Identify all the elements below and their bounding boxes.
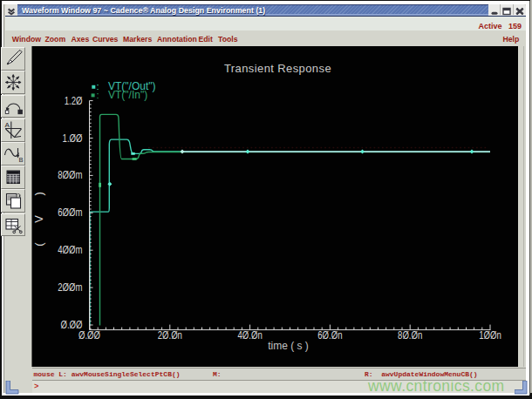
svg-text:4Ø.Øn: 4Ø.Øn — [237, 330, 262, 342]
svg-text:B: B — [19, 156, 24, 164]
svg-text:A: A — [5, 120, 10, 128]
svg-text:Ø.ØØ: Ø.ØØ — [78, 330, 101, 342]
svg-text:8Ø.Øn: 8Ø.Øn — [398, 330, 422, 342]
svg-text:2Ø.Øn: 2Ø.Øn — [158, 330, 182, 342]
svg-text:Transient Response: Transient Response — [224, 62, 331, 75]
svg-text:( V ): ( V ) — [32, 184, 45, 247]
svg-text:1.ØØ: 1.ØØ — [63, 132, 83, 144]
svg-text:Ø.ØØ: Ø.ØØ — [60, 319, 83, 330]
svg-text:6ØØm: 6ØØm — [58, 207, 82, 219]
svg-text:1ØØn: 1ØØn — [479, 330, 501, 342]
svg-text:4ØØm: 4ØØm — [58, 244, 82, 255]
svg-text:2ØØm: 2ØØm — [58, 281, 82, 293]
svg-text:8ØØm: 8ØØm — [58, 170, 82, 181]
svg-text::: : — [97, 90, 99, 100]
svg-text:1.2Ø: 1.2Ø — [65, 95, 83, 106]
svg-text:VT("/In"): VT("/In") — [108, 89, 147, 101]
svg-text:time ( s ): time ( s ) — [268, 340, 309, 352]
svg-text:6Ø.Øn: 6Ø.Øn — [317, 330, 342, 342]
